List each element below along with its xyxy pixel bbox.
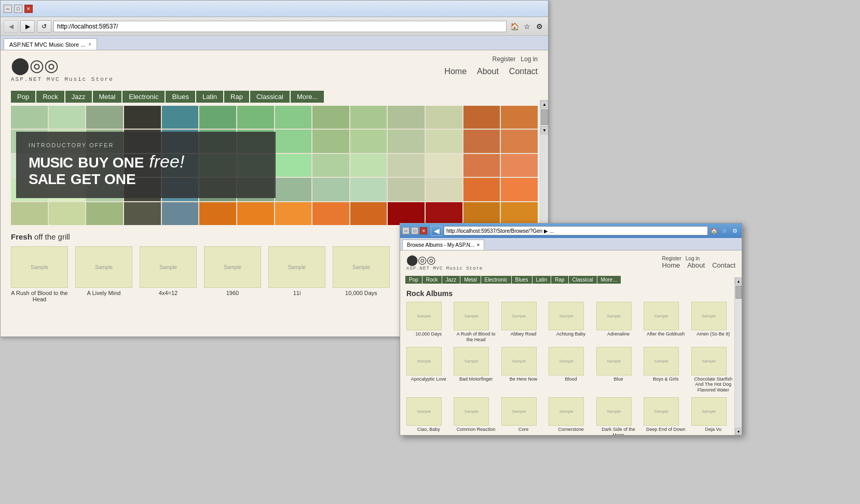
nav-links-1: Home About Contact (444, 67, 538, 76)
site-header-1: ⬤◎◎ ASP.NET MVC Music Store Register Log… (1, 50, 548, 88)
scrollbar-down-2[interactable]: ▼ (735, 428, 742, 435)
bw2-name-r2-0: Apocalyptic Love (406, 376, 451, 382)
tab-2[interactable]: Browse Albums - My ASP.N... × (402, 240, 484, 250)
bw2-album-r3-1: Sample Common Reaction (454, 397, 498, 435)
genre-latin-1[interactable]: Latin (196, 91, 223, 103)
bw2-album-r1-3: Sample Achtung Baby (549, 302, 593, 343)
tab-close-1[interactable]: × (88, 41, 91, 47)
tab-1[interactable]: ASP.NET MVC Music Store ... × (4, 38, 97, 50)
bw2-genre-rock[interactable]: Rock (422, 276, 442, 284)
bw2-genre-metal[interactable]: Metal (460, 276, 480, 284)
bw2-name-r3-3: Cornerstone (549, 427, 593, 432)
minimize-button-2[interactable]: ─ (402, 227, 409, 234)
bw2-genre-electronic[interactable]: Electronic (481, 276, 511, 284)
nav-home-1[interactable]: Home (444, 67, 467, 76)
genre-jazz-1[interactable]: Jazz (65, 91, 92, 103)
bw2-header-right: Register Log in Home About Contact (662, 256, 735, 269)
bw2-album-r2-3: Sample Blood (549, 347, 593, 393)
genre-electronic-1[interactable]: Electronic (122, 91, 165, 103)
album-item-4: Sample 11i (268, 246, 325, 302)
tab-label-2: Browse Albums - My ASP.N... (407, 242, 474, 248)
forward-button-1[interactable]: ▶ (20, 20, 35, 33)
genre-metal-1[interactable]: Metal (93, 91, 122, 103)
maximize-button-2[interactable]: □ (411, 227, 418, 234)
bw2-genre-jazz[interactable]: Jazz (442, 276, 460, 284)
bw2-thumb-r1-5: Sample (644, 302, 679, 330)
toolbar-1: ◀ ▶ ↺ 🏠 ☆ ⚙ (1, 17, 548, 36)
bw2-star-icon[interactable]: ☆ (720, 226, 729, 235)
scrollbar-thumb-2[interactable] (735, 286, 742, 299)
album-thumb-0: Sample (11, 246, 68, 288)
genre-rap-1[interactable]: Rap (224, 91, 249, 103)
bw2-toolbar-icons: 🏠 ☆ ⚙ (709, 226, 740, 235)
bw2-genre-more[interactable]: More... (597, 276, 621, 284)
bw2-row1: Sample 10,000 Days Sample A Rush of Bloo… (406, 302, 735, 343)
scrollbar-up-1[interactable]: ▲ (540, 100, 548, 108)
genre-classical-1[interactable]: Classical (250, 91, 290, 103)
register-link-1[interactable]: Register (493, 55, 516, 63)
bw2-album-r3-6: Sample Deja Vu (691, 397, 735, 435)
album-item-0: Sample A Rush of Blood to the Head (11, 246, 68, 302)
genre-pop-1[interactable]: Pop (11, 91, 35, 103)
minimize-button-1[interactable]: ─ (4, 5, 12, 13)
album-title-5: 10,000 Days (333, 290, 390, 296)
genre-rock-1[interactable]: Rock (36, 91, 64, 103)
logo-text-1: ASP.NET MVC Music Store (11, 76, 114, 82)
bw2-row2: Sample Apocalyptic Love Sample Bad Motor… (406, 347, 735, 393)
hero-line1-right: BUY ONE (78, 155, 144, 171)
home-icon-1[interactable]: 🏠 (509, 21, 520, 32)
site-content-2: ⬤◎◎ ASP.NET MVC Music Store Register Log… (400, 250, 742, 435)
bw2-settings-icon[interactable]: ⚙ (730, 226, 740, 235)
bw2-genre-classical[interactable]: Classical (569, 276, 597, 284)
bw2-thumb-r2-6: Sample (691, 347, 727, 375)
hero-banner-1: INTRODUCTORY OFFER MUSIC BUY ONE free! S… (11, 106, 538, 225)
hero-overlay: INTRODUCTORY OFFER MUSIC BUY ONE free! S… (16, 132, 276, 198)
titlebar-2: ─ □ ✕ ◀ 🏠 ☆ ⚙ (400, 223, 742, 238)
back-button-2[interactable]: ◀ (431, 226, 442, 236)
bw2-genre-rap[interactable]: Rap (551, 276, 568, 284)
bw2-album-r1-2: Sample Abbey Road (501, 302, 545, 343)
bw2-genre-latin[interactable]: Latin (533, 276, 551, 284)
bw2-content: Rock Albums Sample 10,000 Days Sample A … (400, 285, 742, 435)
bw2-genre-blues[interactable]: Blues (512, 276, 532, 284)
album-thumb-2: Sample (140, 246, 197, 288)
login-link-1[interactable]: Log in (521, 55, 538, 63)
bw2-thumb-r1-3: Sample (549, 302, 584, 330)
bw2-nav-about[interactable]: About (687, 261, 705, 269)
bw2-album-r1-5: Sample After the Goldrush (644, 302, 688, 343)
hero-line2-left: SALE (29, 172, 65, 188)
bw2-thumb-r2-1: Sample (454, 347, 489, 375)
browser-window-2: ─ □ ✕ ◀ 🏠 ☆ ⚙ Browse Albums - My ASP.N..… (400, 223, 742, 436)
refresh-button-1[interactable]: ↺ (37, 20, 51, 33)
back-button-1[interactable]: ◀ (4, 20, 18, 33)
bw2-section-title: Rock Albums (406, 289, 735, 298)
address-bar-1[interactable] (53, 21, 507, 32)
scrollbar-down-1[interactable]: ▼ (540, 126, 548, 134)
nav-contact-1[interactable]: Contact (509, 67, 538, 76)
bw2-album-r3-5: Sample Deep End of Down (644, 397, 688, 435)
bw2-genre-pop[interactable]: Pop (405, 276, 422, 284)
genre-more-1[interactable]: More... (291, 91, 324, 103)
bw2-home-icon[interactable]: 🏠 (709, 226, 719, 235)
album-title-0: A Rush of Blood to the Head (11, 290, 68, 302)
bw2-thumb-r3-3: Sample (549, 397, 584, 426)
close-button-2[interactable]: ✕ (420, 227, 427, 234)
tab-label-1: ASP.NET MVC Music Store ... (9, 41, 85, 48)
scrollbar-up-2[interactable]: ▲ (735, 277, 742, 285)
nav-about-1[interactable]: About (477, 67, 499, 76)
bw2-album-r1-4: Sample Adrenaline (596, 302, 640, 343)
bw2-nav-home[interactable]: Home (662, 261, 680, 269)
tab-close-2[interactable]: × (476, 242, 480, 248)
settings-icon-1[interactable]: ⚙ (534, 21, 545, 32)
maximize-button-1[interactable]: □ (14, 5, 22, 13)
bw2-nav-contact[interactable]: Contact (712, 261, 735, 269)
album-title-3: 1960 (204, 290, 261, 296)
bw2-register[interactable]: Register (662, 256, 681, 261)
address-bar-2[interactable] (444, 226, 708, 235)
bw2-login[interactable]: Log in (686, 256, 700, 261)
genre-blues-1[interactable]: Blues (166, 91, 195, 103)
favorites-icon-1[interactable]: ☆ (521, 21, 533, 32)
scrollbar-thumb-1[interactable] (541, 109, 548, 125)
album-title-2: 4x4=12 (140, 290, 197, 296)
close-button-1[interactable]: ✕ (24, 5, 33, 13)
